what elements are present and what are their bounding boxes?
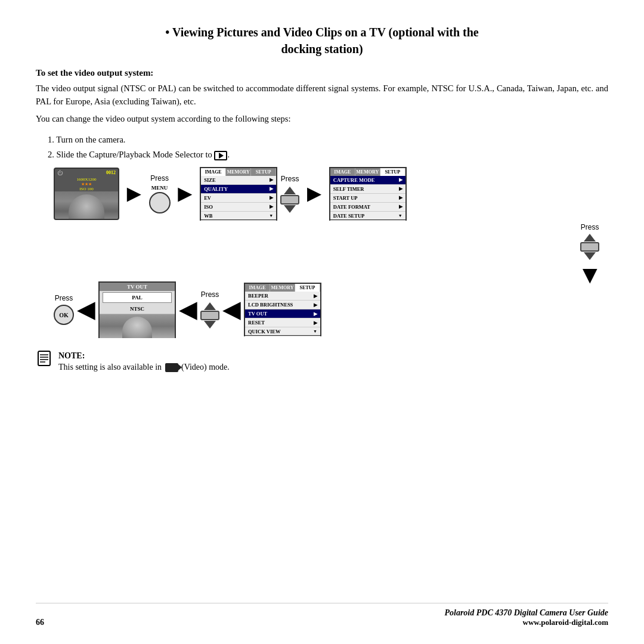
ok-button[interactable]: OK — [54, 305, 74, 325]
menu-item-ev: EV▶ — [201, 194, 276, 203]
camera-stars: ★★★ — [55, 182, 118, 187]
press-label-3: Press — [581, 223, 599, 231]
footer-url: www.polaroid-digital.com — [444, 618, 608, 627]
tab-image-3: IMAGE — [245, 284, 270, 292]
camera-photo — [55, 191, 118, 220]
tab-memory-2: MEMORY — [355, 168, 380, 176]
arrow-left-2: ◀ — [179, 298, 197, 321]
footer-title: Polaroid PDC 4370 Digital Camera User Gu… — [444, 608, 608, 618]
press-nav-group-1: Press — [280, 175, 299, 213]
camera-res: 1600X1200 — [55, 177, 118, 182]
camera-iso: ISO 100 — [55, 187, 118, 191]
body-paragraph1: The video output signal (NTSC or PAL) ca… — [36, 82, 608, 109]
menu-screen-3: IMAGE MEMORY SETUP BEEPER▶ LCD BRIGHTNES… — [244, 283, 321, 336]
tvout-header: TV OUT — [100, 283, 175, 291]
tab-memory-3: MEMORY — [270, 284, 295, 292]
tab-setup-1: SETUP — [251, 168, 276, 176]
arrow-left-1: ◀ — [77, 298, 95, 321]
nav-button-1 — [280, 187, 299, 213]
menu-item-beeper: BEEPER▶ — [245, 292, 320, 301]
menu-label: MENU — [151, 185, 168, 191]
nav-button-2 — [200, 302, 219, 329]
arrow-left-3: ◀ — [222, 298, 241, 321]
footer: 66 Polaroid PDC 4370 Digital Camera User… — [36, 603, 608, 627]
press-label-2: Press — [281, 175, 299, 183]
press-label-group-down: Press — [580, 223, 599, 260]
press-label-1: Press — [150, 174, 169, 182]
press-nav-group-2: Press — [200, 290, 219, 329]
menu-item-dateformat: DATE FORMAT▶ — [330, 203, 405, 212]
steps-list: 1. Turn on the camera. 2. Slide the Capt… — [48, 132, 608, 162]
arrow-right-3: ► — [302, 182, 326, 206]
step1: 1. Turn on the camera. — [48, 132, 608, 147]
footer-right: Polaroid PDC 4370 Digital Camera User Gu… — [444, 608, 608, 627]
menu-item-reset: RESET▶ — [245, 318, 320, 327]
note-content: NOTE: This setting is also available in … — [58, 350, 230, 373]
tvout-screen: TV OUT PAL NTSC — [98, 281, 176, 338]
tab-setup-2: SETUP — [380, 168, 405, 176]
video-mode-icon — [165, 363, 178, 372]
note-icon-wrap — [36, 350, 52, 369]
note-title: NOTE: — [58, 351, 85, 360]
title-section: • Viewing Pictures and Video Clips on a … — [36, 24, 608, 57]
menu-item-selftimer: SELF TIMER▶ — [330, 185, 405, 194]
menu-screen-2: IMAGE MEMORY SETUP CAPTURE MODE▶ SELF TI… — [329, 167, 407, 221]
menu-item-startup: START UP▶ — [330, 194, 405, 203]
note-icon — [36, 350, 52, 367]
menu-item-wb: WB▼ — [201, 212, 276, 221]
note-text: This setting is also available in (Video… — [58, 361, 230, 373]
playback-icon — [214, 151, 227, 160]
tvout-pal: PAL — [103, 292, 172, 303]
menu-item-quickview: QUICK VIEW▼ — [245, 327, 320, 336]
page-title-line2: docking station) — [36, 41, 608, 57]
nav-button-down — [580, 234, 599, 260]
svg-rect-0 — [38, 351, 50, 366]
page-title: • Viewing Pictures and Video Clips on a … — [36, 24, 608, 41]
block-arrow-down: ▼ — [577, 262, 602, 287]
tab-memory-1: MEMORY — [226, 168, 251, 176]
diagram-row3: Press OK ◀ TV OUT PAL NTSC ◀ Press — [36, 281, 608, 338]
diagram-row1: ⏻ 0012 1600X1200 ★★★ ISO 100 W T ► Press — [36, 167, 608, 221]
body-paragraph2: You can change the video output system a… — [36, 112, 608, 125]
step2: 2. Slide the Capture/Playback Mode Selec… — [48, 147, 608, 162]
menu-item-lcd: LCD BRIGHTNESS▶ — [245, 301, 320, 309]
camera-screen: ⏻ 0012 1600X1200 ★★★ ISO 100 W T — [54, 168, 119, 220]
menu-button[interactable] — [149, 192, 171, 213]
page-number: 66 — [36, 618, 44, 627]
tab-image-1: IMAGE — [201, 168, 226, 176]
menu-item-quality: QUALITY▶ — [201, 185, 276, 194]
camera-number: 0012 — [106, 170, 116, 176]
press-label-4: Press — [201, 290, 219, 299]
tab-image-2: IMAGE — [330, 168, 355, 176]
down-arrow-area: Press ▼ — [36, 223, 602, 287]
press-label-ok: Press — [55, 294, 73, 302]
menu-item-size: SIZE▶ — [201, 176, 276, 185]
diagram-area: ⏻ 0012 1600X1200 ★★★ ISO 100 W T ► Press — [36, 167, 608, 338]
menu-screen-1: IMAGE MEMORY SETUP SIZE▶ QUALITY▶ EV▶ IS… — [200, 167, 277, 221]
press-ok-group: Press OK — [54, 294, 74, 325]
tvout-ntsc: NTSC — [100, 304, 175, 314]
tvout-preview — [100, 314, 175, 338]
arrow-right-1: ► — [122, 182, 146, 206]
section-subtitle: To set the video output system: — [36, 68, 608, 78]
tab-setup-3: SETUP — [295, 284, 320, 292]
press-menu-group: Press MENU — [149, 174, 171, 213]
note-section: NOTE: This setting is also available in … — [36, 350, 608, 373]
menu-item-iso: ISO▶ — [201, 203, 276, 212]
menu-item-datesetup: DATE SETUP▼ — [330, 212, 405, 221]
arrow-right-2: ► — [174, 182, 197, 206]
camera-mode-icon: ⏻ — [57, 170, 63, 176]
menu-item-capture: CAPTURE MODE▶ — [330, 176, 405, 185]
menu-item-tvout: TV OUT▶ — [245, 309, 320, 318]
